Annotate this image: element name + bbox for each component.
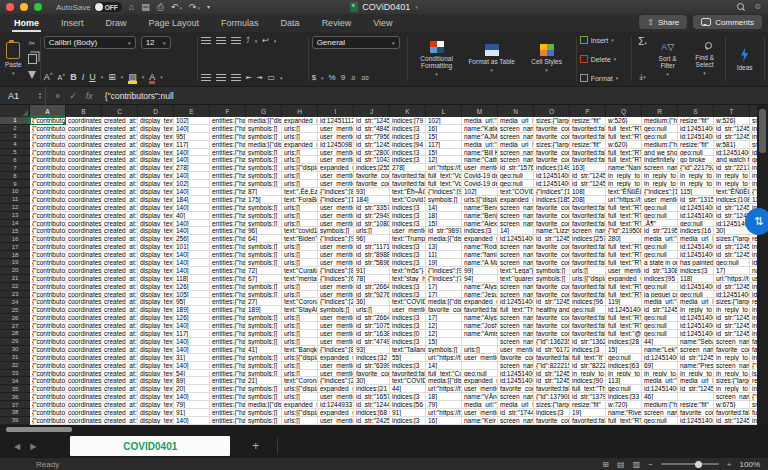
cell[interactable]: favorite_cou	[534, 259, 570, 267]
cell[interactable]: symbols:[]	[246, 251, 282, 259]
decrease-decimal-icon[interactable]: .00	[360, 75, 368, 81]
cell[interactable]: user_mentio	[318, 251, 354, 259]
vertical-scroll-thumb[interactable]	[759, 109, 766, 153]
cell[interactable]: urls:[]	[282, 291, 318, 299]
cell[interactable]: 189]	[174, 306, 210, 314]
cell[interactable]: text:",Ēė,Ėz	[282, 188, 318, 196]
cell[interactable]: in_reply_to_	[642, 180, 678, 188]
cell[interactable]: user_mentio	[606, 267, 642, 275]
cell[interactable]: indices:[3	[390, 156, 426, 164]
cell[interactable]: entities:{"ha	[210, 149, 246, 157]
cell[interactable]: display_text_	[138, 227, 174, 235]
cell[interactable]: w:581}	[714, 141, 750, 149]
cell[interactable]: favorite_cou	[678, 409, 714, 417]
conditional-formatting-button[interactable]: Conditional Formatting ▾	[411, 41, 463, 78]
cell[interactable]: {"id":136235	[534, 338, 570, 346]
cell[interactable]: full_text:"RT	[606, 417, 642, 425]
cell[interactable]: screen_nam	[498, 156, 534, 164]
cell[interactable]: 96]	[246, 227, 282, 235]
cell[interactable]: full_text:"It'	[570, 354, 606, 362]
cell[interactable]: id:12451400	[642, 354, 678, 362]
cell[interactable]: id:12451400	[678, 133, 714, 141]
cell[interactable]: screen_nam	[498, 283, 534, 291]
cell[interactable]: urls:[]	[570, 267, 606, 275]
cell[interactable]: id:12451400	[498, 370, 534, 378]
cell[interactable]: {"indices":[8	[318, 267, 354, 275]
cell[interactable]: user_mentio	[318, 204, 354, 212]
cell[interactable]	[678, 393, 714, 401]
zoom-slider-knob[interactable]	[695, 461, 702, 468]
cell[interactable]: entities:{"ha	[210, 125, 246, 133]
cell[interactable]: name:"Katie	[462, 125, 498, 133]
cell[interactable]: id:12451400	[678, 125, 714, 133]
cell[interactable]: entities:{"ha	[210, 354, 246, 362]
cell[interactable]: entities:{"ha	[210, 377, 246, 385]
cell[interactable]: 20]	[174, 385, 210, 393]
cell[interactable]: 280]	[606, 235, 642, 243]
cell[interactable]: 18]	[426, 212, 462, 220]
cell[interactable]: indices:[3	[390, 220, 426, 228]
row-header-34[interactable]: 34	[0, 377, 30, 385]
cell[interactable]: id:12451400	[498, 377, 534, 385]
cell[interactable]: expanded_ur	[318, 164, 354, 172]
cell[interactable]: screen_nam	[498, 149, 534, 157]
cell[interactable]: {"indices":[7	[426, 275, 462, 283]
cell[interactable]: geo:null	[462, 370, 498, 378]
cell[interactable]: urls:[]	[282, 212, 318, 220]
tab-view[interactable]: View	[371, 16, 394, 32]
delete-cells-button[interactable]: Delete▾	[580, 55, 628, 63]
page-layout-view-icon[interactable]: ▤	[617, 460, 625, 469]
cell[interactable]: favorited:fal	[570, 220, 606, 228]
row-header-16[interactable]: 16	[0, 235, 30, 243]
cell[interactable]: indices:[68	[354, 409, 390, 417]
cell[interactable]: entities:{"ha	[210, 306, 246, 314]
column-header-Q[interactable]: Q	[606, 105, 642, 117]
format-as-table-button[interactable]: Format as Table ▾	[466, 44, 518, 74]
cell[interactable]: urls:[]	[282, 125, 318, 133]
row-header-39[interactable]: 39	[0, 417, 30, 425]
insert-cells-button[interactable]: Insert▾	[580, 36, 628, 44]
tab-page-layout[interactable]: Page Layout	[147, 16, 202, 32]
cell[interactable]: 140]	[174, 267, 210, 275]
cell[interactable]: name:"Bene	[462, 204, 498, 212]
row-header-8[interactable]: 8	[0, 172, 30, 180]
cell[interactable]: coordinates:	[66, 164, 102, 172]
cell[interactable]: 91]	[390, 409, 426, 417]
cell[interactable]: indices:[3	[390, 133, 426, 141]
sheet-tab-active[interactable]: COVID0401	[70, 436, 230, 456]
cell[interactable]: 87]	[246, 188, 282, 196]
cell[interactable]: {"contributor	[30, 377, 66, 385]
cell[interactable]: 95]	[174, 298, 210, 306]
cell[interactable]: entities:{"ha	[210, 283, 246, 291]
cell[interactable]: {"indices":[2	[318, 298, 354, 306]
cell[interactable]: 16]	[426, 125, 462, 133]
cell[interactable]: favorited:fal	[390, 180, 426, 188]
cell[interactable]: user_mentio	[318, 125, 354, 133]
row-header-26[interactable]: 26	[0, 314, 30, 322]
cell[interactable]: coordinates:	[66, 354, 102, 362]
cell[interactable]: favorite_cou	[534, 133, 570, 141]
cell[interactable]: id:12450987	[318, 141, 354, 149]
cell[interactable]: entities:{"ha	[210, 291, 246, 299]
cell[interactable]: id:12451400	[498, 298, 534, 306]
cell[interactable]: entities:{"ha	[210, 196, 246, 204]
cell[interactable]: symbols:[]	[426, 196, 462, 204]
next-sheet-icon[interactable]: ▶	[30, 442, 36, 451]
cell[interactable]: indices:[3	[390, 314, 426, 322]
cell[interactable]: urls:[{"displa	[282, 164, 318, 172]
cell[interactable]: urls:[]	[282, 251, 318, 259]
cell[interactable]: 115]	[678, 188, 714, 196]
cell[interactable]: id_str:"2800	[354, 149, 390, 157]
cell[interactable]: urls:[{"displa	[282, 354, 318, 362]
cell[interactable]: indices:[90	[570, 377, 606, 385]
cell[interactable]: 89]	[174, 377, 210, 385]
cell[interactable]: resize:"fit"	[678, 117, 714, 125]
cell[interactable]: id_str:"1315	[678, 196, 714, 204]
cell[interactable]: name:"Alex	[462, 220, 498, 228]
cell[interactable]: user_mentio	[318, 417, 354, 425]
cell[interactable]: created_at:"	[102, 243, 138, 251]
cell[interactable]: created_at:"	[102, 212, 138, 220]
cell[interactable]: symbols:[]	[426, 346, 462, 354]
cell[interactable]: user_mentio	[318, 362, 354, 370]
cell[interactable]: media:[{"dis	[426, 377, 462, 385]
